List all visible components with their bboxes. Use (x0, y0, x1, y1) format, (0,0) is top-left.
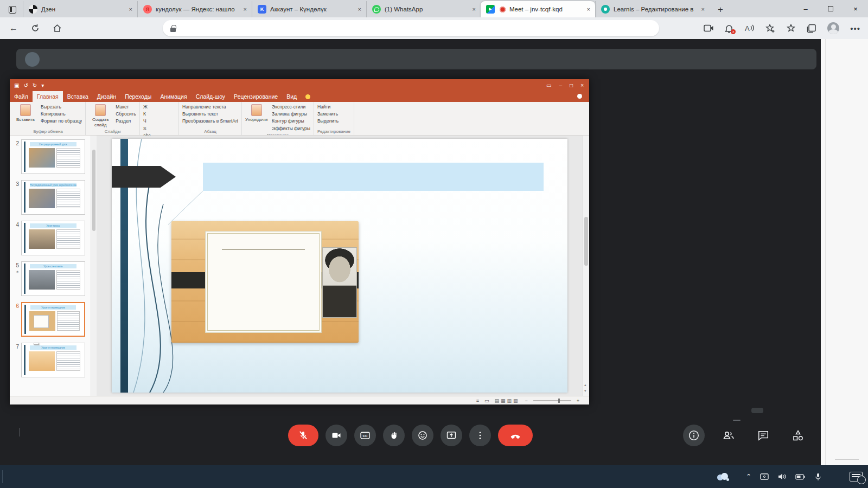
ribbon-tab[interactable]: Вставка (63, 91, 93, 102)
blocked-badge: × (731, 29, 736, 34)
screen: Дзен × Я кундолук — Яндекс: нашло × K Ак… (0, 0, 868, 488)
ribbon-big-button[interactable]: Создать слайд (89, 104, 112, 129)
ribbon-buttons[interactable]: Направление текста Выровнять текст Преоб… (182, 104, 238, 129)
slide-thumbnail[interactable]: Нетрадиционный урок (21, 139, 85, 174)
mic-button[interactable] (288, 425, 318, 446)
address-bar[interactable] (163, 20, 659, 36)
slide-thumbnail[interactable]: Нетрадиционный урок корейского языка (21, 180, 85, 215)
redo-icon[interactable]: ↻ (33, 82, 37, 88)
read-aloud-icon[interactable]: A (744, 24, 755, 33)
ribbon-big-button[interactable]: Вставить (14, 104, 37, 129)
page-scrollbar[interactable] (821, 39, 825, 465)
weather-cloud-icon[interactable] (716, 473, 730, 480)
tab-close-icon[interactable]: × (700, 6, 706, 12)
thumbnail-scrollbar[interactable] (91, 136, 97, 396)
tab-close-icon[interactable]: × (127, 6, 134, 12)
slide-thumbnail[interactable]: Урок-я переводчик (21, 343, 85, 377)
more-options-button[interactable] (469, 425, 491, 446)
thumbnail-image (29, 229, 55, 249)
ribbon-buttons[interactable]: Найти Заменить Выделить (317, 104, 339, 129)
profile-avatar[interactable] (827, 22, 839, 34)
undo-icon[interactable]: ↺ (23, 82, 28, 88)
tell-me-box[interactable] (301, 91, 317, 102)
back-button[interactable]: ← (5, 20, 22, 36)
browser-tab[interactable]: K Аккаунт – Күндөлүк × (252, 1, 366, 17)
ribbon-buttons[interactable]: Вырезать Копировать Формат по образцу (41, 104, 82, 129)
share-button[interactable] (577, 93, 584, 100)
comments-button[interactable]: ▭ (484, 398, 489, 403)
browser-tab[interactable]: Meet – jnv-tcqf-kqd × (481, 1, 595, 17)
ppt-close-button[interactable]: × (580, 82, 584, 88)
ribbon-tab[interactable]: Файл (10, 91, 33, 102)
tray-expand-icon[interactable]: ⌃ (746, 473, 751, 480)
ribbon-tab[interactable]: Вид (282, 91, 301, 102)
browser-tab[interactable]: Я кундолук — Яндекс: нашло × (137, 1, 252, 17)
ribbon-tab[interactable]: Главная (33, 91, 63, 102)
tab-close-icon[interactable]: × (242, 6, 248, 12)
browser-tab[interactable]: Дзен × (23, 1, 137, 17)
close-button[interactable]: × (843, 0, 868, 17)
refresh-button[interactable] (27, 20, 43, 36)
activities-button[interactable] (787, 425, 809, 446)
camera-button[interactable] (326, 425, 347, 446)
slide-thumbnail[interactable]: Урок-кросс (21, 221, 85, 255)
collections-icon[interactable] (807, 24, 816, 33)
tab-close-icon[interactable]: × (471, 6, 477, 12)
save-icon[interactable]: ▣ (14, 82, 19, 88)
home-button[interactable] (49, 20, 65, 36)
svg-text:A: A (745, 24, 750, 33)
new-tab-button[interactable]: + (713, 2, 728, 17)
notifications-blocked-icon[interactable]: × (725, 24, 733, 33)
slide-thumbnail[interactable]: Урок-я переводчик (21, 302, 85, 337)
current-slide[interactable] (112, 139, 567, 393)
zoom-in-button[interactable]: + (577, 398, 579, 403)
add-favorite-icon[interactable] (765, 24, 775, 33)
ppt-restore-button[interactable]: □ (570, 82, 573, 88)
meeting-panel-buttons (683, 425, 809, 446)
captions-button[interactable]: CC (354, 425, 376, 446)
microphone-tray-icon[interactable] (813, 472, 823, 481)
browser-tab[interactable]: Learnis – Редактирование в × (595, 1, 710, 17)
cast-display-icon[interactable] (760, 472, 769, 481)
ppt-display-icon[interactable]: ▭ (546, 82, 551, 88)
maximize-button[interactable] (818, 0, 843, 17)
ribbon-tab[interactable]: Рецензирование (229, 91, 282, 102)
media-controls-icon[interactable] (704, 24, 714, 33)
view-buttons[interactable]: ▤▦▥▧ (494, 398, 519, 403)
notes-button[interactable]: ≡ (476, 398, 479, 403)
favorites-bar-icon[interactable] (786, 24, 796, 33)
minimize-button[interactable]: – (793, 0, 818, 17)
people-button[interactable] (718, 425, 739, 446)
reactions-button[interactable] (412, 425, 433, 446)
meeting-details-button[interactable] (683, 425, 705, 446)
zoom-slider[interactable] (533, 400, 571, 401)
tab-actions-button[interactable] (4, 2, 21, 17)
ribbon-buttons[interactable]: Экспресс-стили Заливка фигуры Контур фиг… (272, 104, 310, 132)
slideshow-icon[interactable]: ▾ (41, 82, 44, 88)
lock-icon[interactable] (170, 25, 176, 32)
ribbon-tab[interactable]: Слайд-шоу (192, 91, 229, 102)
ribbon-buttons[interactable]: Макет Сбросить Раздел (116, 104, 136, 129)
tab-close-icon[interactable]: × (356, 6, 363, 12)
slide-thumbnail[interactable]: Урок-спектакль (21, 261, 85, 296)
notification-center-icon[interactable] (850, 472, 863, 481)
ppt-minimize-button[interactable]: – (559, 82, 563, 88)
ribbon-group-name: Редактирование (317, 129, 350, 135)
ribbon-big-button[interactable]: Упорядочить (245, 104, 268, 132)
end-call-button[interactable] (498, 425, 533, 446)
tab-close-icon[interactable]: × (585, 6, 592, 12)
canvas-scrollbar[interactable] (582, 136, 589, 396)
edge-sidebar-footer (826, 459, 868, 460)
present-button[interactable] (441, 425, 462, 446)
quick-access-toolbar[interactable]: ▣↺↻▾ (10, 82, 75, 88)
volume-icon[interactable] (777, 472, 787, 481)
browser-menu-icon[interactable]: ••• (850, 24, 860, 33)
browser-tab[interactable]: (1) WhatsApp × (366, 1, 481, 17)
ribbon-tab[interactable]: Переходы (120, 91, 156, 102)
battery-icon[interactable] (795, 472, 805, 481)
chat-button[interactable] (752, 425, 774, 446)
ribbon-tab[interactable]: Дизайн (93, 91, 120, 102)
zoom-out-button[interactable]: − (525, 398, 527, 403)
ribbon-tab[interactable]: Анимация (156, 91, 191, 102)
raise-hand-button[interactable] (383, 425, 405, 446)
